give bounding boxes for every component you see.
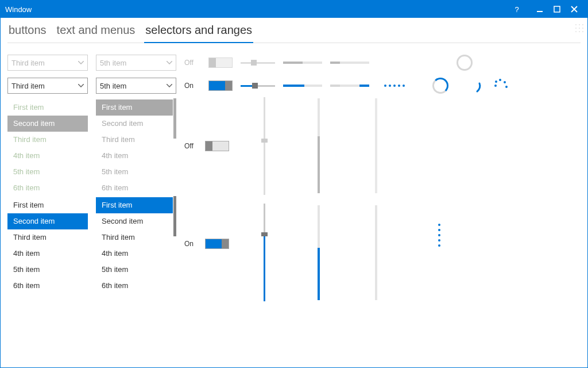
svg-point-9 — [579, 31, 580, 32]
combo-enabled-1[interactable]: Third item — [7, 78, 88, 94]
vslider-enabled[interactable] — [260, 204, 268, 301]
chevron-down-icon — [78, 61, 84, 64]
list-item: 4th item — [96, 148, 173, 164]
list-item[interactable]: 5th item — [96, 262, 173, 278]
list-item: Third item — [7, 132, 88, 148]
toggle-label-off: Off — [184, 142, 200, 150]
titlebar: Window ? — [1, 1, 587, 18]
vprogress-enabled-1 — [318, 205, 320, 300]
toggle-label-on: On — [184, 240, 200, 248]
list-item: Third item — [96, 132, 173, 148]
progress-arc — [466, 78, 482, 94]
hprogress-disabled-1 — [283, 62, 322, 64]
vertical-widgets — [237, 97, 581, 304]
svg-point-10 — [582, 31, 583, 32]
tab-selectors-ranges[interactable]: selectors and ranges — [144, 24, 253, 43]
vprogress-enabled-2 — [375, 205, 377, 300]
toggle-off-2[interactable] — [205, 141, 229, 151]
list-item[interactable]: 4th item — [7, 246, 88, 262]
svg-rect-0 — [537, 11, 543, 12]
svg-point-6 — [579, 28, 580, 29]
svg-point-4 — [582, 24, 583, 25]
list-item: Second item — [96, 116, 173, 132]
lists-section: First item Second item Third item 4th it… — [7, 97, 581, 304]
svg-rect-1 — [554, 6, 560, 12]
list-item: First item — [7, 99, 88, 116]
hslider-disabled — [241, 58, 275, 67]
listbox-disabled-2: First item Second item Third item 4th it… — [96, 97, 176, 195]
list-item[interactable]: Second item — [96, 213, 173, 229]
list-item[interactable]: Third item — [96, 229, 173, 246]
toggle-on-2[interactable] — [205, 239, 229, 249]
combo-disabled-2: 5th item — [96, 55, 176, 71]
maximize-icon — [554, 6, 560, 13]
minimize-icon — [536, 6, 543, 13]
client-area: buttons text and menus selectors and ran… — [1, 18, 587, 367]
close-button[interactable] — [566, 1, 583, 18]
combo-value: 5th item — [100, 59, 126, 67]
list-item: First item — [96, 99, 173, 116]
svg-point-3 — [579, 24, 580, 25]
maximize-button[interactable] — [548, 1, 566, 18]
combo-enabled-2[interactable]: 5th item — [96, 78, 176, 94]
chevron-down-icon — [167, 61, 172, 64]
list-item[interactable]: First item — [96, 197, 173, 213]
list-item[interactable]: First item — [7, 197, 88, 213]
row-disabled: Third item 5th item Off — [7, 51, 581, 74]
hprogress-disabled-2 — [330, 62, 369, 64]
vprogress-disabled-2 — [375, 98, 377, 193]
listbox-disabled-1: First item Second item Third item 4th it… — [7, 97, 88, 195]
svg-point-5 — [575, 28, 577, 29]
svg-point-8 — [575, 31, 577, 32]
combo-value: Third item — [11, 82, 45, 90]
list-item[interactable]: 6th item — [7, 278, 88, 294]
progress-ring-dots — [492, 78, 508, 94]
list-item[interactable]: Third item — [7, 229, 88, 246]
listbox-enabled-1[interactable]: First item Second item Third item 4th it… — [7, 195, 88, 293]
grip-icon — [574, 22, 585, 34]
toggle-enabled-on[interactable] — [208, 80, 233, 91]
chevron-down-icon — [78, 84, 84, 87]
hslider-enabled[interactable] — [241, 81, 275, 90]
minimize-button[interactable] — [531, 1, 548, 18]
list-item: 5th item — [7, 164, 88, 180]
hprogress-enabled-1 — [283, 85, 322, 87]
list-item[interactable]: 4th item — [96, 246, 173, 262]
tab-bar: buttons text and menus selectors and ran… — [7, 24, 581, 43]
help-icon: ? — [514, 5, 519, 14]
chevron-down-icon — [167, 84, 172, 87]
combo-value: Third item — [11, 59, 45, 67]
indeterminate-dots — [377, 85, 412, 87]
list-item: 4th item — [7, 148, 88, 164]
hprogress-enabled-2 — [330, 85, 369, 87]
combo-value: 5th item — [100, 82, 126, 90]
window-title: Window — [5, 5, 32, 14]
help-button[interactable]: ? — [508, 1, 525, 18]
vslider-disabled — [260, 97, 268, 195]
tab-buttons[interactable]: buttons — [7, 24, 48, 40]
list-item[interactable]: Second item — [7, 213, 88, 229]
svg-point-2 — [575, 24, 577, 25]
list-item[interactable]: 6th item — [96, 278, 173, 294]
listbox-enabled-2[interactable]: First item Second item Third item 4th it… — [96, 195, 176, 293]
list-item: 5th item — [96, 164, 173, 180]
progress-ring-active — [432, 78, 448, 94]
list-item: 6th item — [7, 180, 88, 196]
vtoggle-column: Off On — [184, 97, 229, 293]
app-window: Window ? buttons text and menus selector… — [0, 0, 588, 368]
toggle-label-on: On — [184, 82, 200, 90]
vprogress-disabled-1 — [318, 98, 320, 193]
row-enabled: Third item 5th item On — [7, 74, 581, 97]
close-icon — [571, 6, 578, 13]
progress-ring-disabled — [457, 55, 473, 71]
toggle-disabled-off — [208, 57, 233, 68]
list-item[interactable]: 5th item — [7, 262, 88, 278]
list-item: Second item — [7, 116, 88, 132]
svg-point-7 — [582, 28, 583, 29]
indeterminate-dots-vertical — [438, 224, 440, 247]
tab-text-menus[interactable]: text and menus — [56, 24, 137, 40]
toggle-label-off: Off — [184, 59, 200, 67]
combo-disabled-1: Third item — [7, 55, 88, 71]
list-item: 6th item — [96, 180, 173, 196]
